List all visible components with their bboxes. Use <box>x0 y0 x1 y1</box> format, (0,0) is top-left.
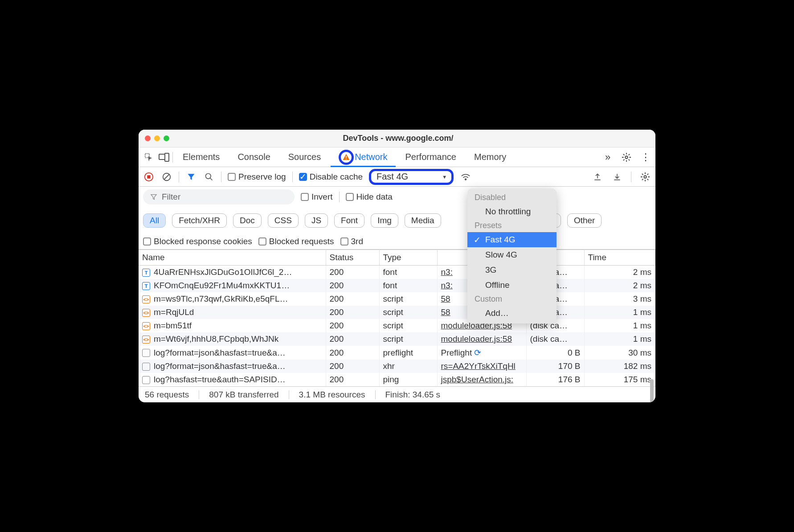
table-row[interactable]: <>m=ws9Tlc,n73qwf,GkRiKb,e5qFL…200script… <box>139 292 655 306</box>
svg-point-12 <box>465 179 467 180</box>
cell-type: preflight <box>379 346 437 360</box>
filter-bar: Filter Invert Hide data ension URLs All … <box>139 187 655 250</box>
cell-status: 200 <box>326 373 379 386</box>
third-party-checkbox[interactable]: 3rd <box>340 237 363 246</box>
blocked-requests-checkbox[interactable]: Blocked requests <box>258 237 334 246</box>
svg-rect-7 <box>147 175 150 178</box>
cell-initiator[interactable]: Preflight ⟳ <box>437 346 526 360</box>
cell-status: 200 <box>326 292 379 306</box>
tab-network[interactable]: Network <box>331 147 395 167</box>
filter-type-img[interactable]: Img <box>371 213 398 228</box>
kebab-menu-icon[interactable]: ⋮ <box>638 151 652 164</box>
cell-name: log?format=json&hasfast=true&a… <box>139 360 326 373</box>
cell-initiator[interactable]: rs=AA2YrTskXiTqHl <box>437 360 526 373</box>
network-conditions-icon[interactable] <box>460 171 471 183</box>
svg-rect-3 <box>346 156 347 158</box>
file-type-icon: T <box>142 269 150 277</box>
cell-type: font <box>379 279 437 292</box>
disable-cache-checkbox[interactable]: ✓Disable cache <box>299 172 363 182</box>
filter-type-css[interactable]: CSS <box>268 213 299 228</box>
cell-time: 175 ms <box>584 373 655 386</box>
settings-icon[interactable] <box>620 151 633 164</box>
file-type-icon: <> <box>142 309 150 317</box>
col-status[interactable]: Status <box>326 250 379 266</box>
filter-type-js[interactable]: JS <box>305 213 328 228</box>
cell-time: 30 ms <box>584 346 655 360</box>
cell-type: font <box>379 266 437 279</box>
search-icon[interactable] <box>203 171 215 183</box>
throttle-option-offline[interactable]: Offline <box>467 278 557 293</box>
throttle-option-slow4g[interactable]: Slow 4G <box>467 247 557 262</box>
filter-funnel-icon <box>150 193 157 201</box>
throttle-option-3g[interactable]: 3G <box>467 262 557 278</box>
filter-toggle-icon[interactable] <box>185 171 197 183</box>
cell-status: 200 <box>326 266 379 279</box>
file-type-icon: <> <box>142 322 150 330</box>
filter-type-media[interactable]: Media <box>405 213 441 228</box>
cell-initiator[interactable]: jspb$UserAction.js: <box>437 373 526 386</box>
throttle-option-none[interactable]: No throttling <box>467 204 557 219</box>
tab-sources[interactable]: Sources <box>280 147 329 167</box>
dropdown-section-presets: Presets <box>467 219 557 232</box>
cell-type: ping <box>379 373 437 386</box>
filter-input[interactable]: Filter <box>143 189 295 205</box>
table-row[interactable]: TKFOmCnqEu92Fr1Mu4mxKKTU1…200fontn3:(dis… <box>139 279 655 292</box>
throttle-option-add[interactable]: Add… <box>467 306 557 321</box>
more-tabs-icon[interactable]: » <box>601 151 614 164</box>
device-toolbar-icon[interactable] <box>157 151 171 164</box>
cell-status: 200 <box>326 319 379 332</box>
cell-type: script <box>379 306 437 319</box>
cell-initiator[interactable]: moduleloader.js:58 <box>437 332 526 346</box>
tab-elements[interactable]: Elements <box>175 147 228 167</box>
record-button[interactable] <box>143 171 155 183</box>
download-har-icon[interactable] <box>611 171 623 183</box>
cell-name: <>m=Wt6vjf,hhhU8,FCpbqb,WhJNk <box>139 332 326 346</box>
throttling-select[interactable]: Fast 4G <box>369 169 454 185</box>
toolbar-settings-icon[interactable] <box>639 171 651 183</box>
filter-type-other[interactable]: Other <box>567 213 602 228</box>
filter-type-font[interactable]: Font <box>334 213 364 228</box>
filter-type-doc[interactable]: Doc <box>233 213 262 228</box>
cell-status: 200 <box>326 306 379 319</box>
table-row[interactable]: <>m=Wt6vjf,hhhU8,FCpbqb,WhJNk200scriptmo… <box>139 332 655 346</box>
tab-memory[interactable]: Memory <box>466 147 514 167</box>
cell-size: (disk ca… <box>526 332 584 346</box>
table-row[interactable]: log?hasfast=true&auth=SAPISID…200pingjsp… <box>139 373 655 386</box>
cell-type: script <box>379 332 437 346</box>
table-row[interactable]: <>m=RqjULd200script58(disk ca…1 ms <box>139 306 655 319</box>
cell-status: 200 <box>326 360 379 373</box>
cell-time: 3 ms <box>584 292 655 306</box>
scrollbar-thumb[interactable] <box>650 379 654 402</box>
tab-performance[interactable]: Performance <box>397 147 465 167</box>
table-row[interactable]: <>m=bm51tf200scriptmoduleloader.js:58(di… <box>139 319 655 332</box>
file-type-icon <box>142 349 150 357</box>
cell-time: 2 ms <box>584 279 655 292</box>
cell-size: 176 B <box>526 373 584 386</box>
cell-type: script <box>379 292 437 306</box>
tab-console[interactable]: Console <box>229 147 278 167</box>
cell-name: <>m=RqjULd <box>139 306 326 319</box>
table-row[interactable]: log?format=json&hasfast=true&a…200xhrrs=… <box>139 360 655 373</box>
cell-status: 200 <box>326 346 379 360</box>
clear-button[interactable] <box>161 171 172 183</box>
invert-checkbox[interactable]: Invert <box>301 192 333 202</box>
filter-type-fetchxhr[interactable]: Fetch/XHR <box>172 213 227 228</box>
network-toolbar: Preserve log ✓Disable cache Fast 4G <box>139 167 655 187</box>
cell-size: 170 B <box>526 360 584 373</box>
filter-type-all[interactable]: All <box>143 213 166 228</box>
cell-status: 200 <box>326 332 379 346</box>
col-type[interactable]: Type <box>379 250 437 266</box>
col-name[interactable]: Name <box>139 250 326 266</box>
cell-time: 1 ms <box>584 319 655 332</box>
upload-har-icon[interactable] <box>592 171 603 183</box>
throttling-dropdown: Disabled No throttling Presets Fast 4G S… <box>467 188 557 323</box>
col-time[interactable]: Time <box>584 250 655 266</box>
preserve-log-checkbox[interactable]: Preserve log <box>228 172 286 182</box>
finish-time: Finish: 34.65 s <box>385 390 441 400</box>
hide-data-urls-checkbox[interactable]: Hide data <box>346 192 393 202</box>
table-row[interactable]: log?format=json&hasfast=true&a…200prefli… <box>139 346 655 360</box>
throttle-option-fast4g[interactable]: Fast 4G <box>467 232 557 247</box>
blocked-response-cookies-checkbox[interactable]: Blocked response cookies <box>143 237 252 246</box>
table-row[interactable]: T4UaRrENHsxJlGDuGo1OIlJfC6l_2…200fontn3:… <box>139 266 655 279</box>
inspect-element-icon[interactable] <box>142 151 156 164</box>
